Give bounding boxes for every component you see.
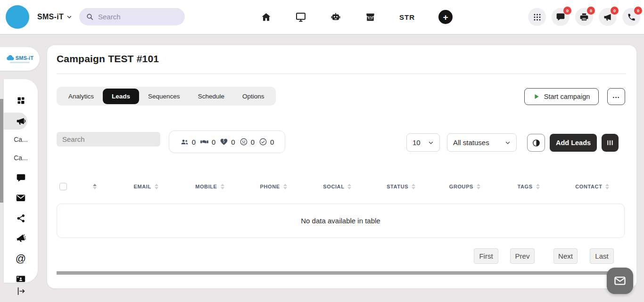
tab-analytics[interactable]: Analytics xyxy=(59,89,103,104)
logo-tagline xyxy=(10,62,30,63)
column-status[interactable]: STATUS xyxy=(369,184,433,189)
campaign-panel: Campaign TEST #101 Analytics Leads Seque… xyxy=(47,45,636,288)
sidebar-item-campaign-link-2[interactable]: Ca... xyxy=(4,148,38,167)
columns-toggle-button[interactable] xyxy=(602,134,619,152)
at-icon: @ xyxy=(16,253,26,264)
status-filter-select[interactable]: All statuses xyxy=(447,133,517,152)
avatar[interactable] xyxy=(6,5,29,29)
campaign-tabs: Analytics Leads Sequences Schedule Optio… xyxy=(57,87,276,106)
horizontal-scrollbar-thumb[interactable] xyxy=(57,271,627,275)
megaphone-icon xyxy=(16,116,26,126)
column-contact[interactable]: CONTACT xyxy=(561,184,624,189)
table-header: EMAIL MOBILE PHONE SOCIAL STATUS GROUPS … xyxy=(55,179,624,195)
column-mobile[interactable]: MOBILE xyxy=(178,184,241,189)
str-label[interactable]: STR xyxy=(399,13,415,21)
start-campaign-label: Start campaign xyxy=(544,93,590,100)
contact-card-icon xyxy=(16,274,26,284)
store-icon[interactable] xyxy=(365,12,376,23)
workspace-switcher[interactable]: SMS-iT xyxy=(37,0,72,34)
search-icon xyxy=(86,13,94,21)
robot-icon[interactable] xyxy=(330,11,341,23)
start-campaign-button[interactable]: Start campaign xyxy=(524,88,599,105)
leads-search-input[interactable] xyxy=(57,132,160,147)
pagination-first-button[interactable]: First xyxy=(474,248,498,264)
global-search-input[interactable] xyxy=(98,13,169,21)
truncated-label: Ca... xyxy=(14,136,28,143)
stat-completed: 0 xyxy=(259,138,274,146)
tab-options[interactable]: Options xyxy=(233,89,273,104)
contrast-toggle-button[interactable] xyxy=(527,134,545,152)
sad-face-icon xyxy=(239,138,248,146)
column-social[interactable]: SOCIAL xyxy=(305,184,369,189)
broadcast-badge: 0 xyxy=(611,7,619,15)
plus-icon: + xyxy=(443,13,448,22)
sort-icon xyxy=(536,184,540,189)
pagination-next-button[interactable]: Next xyxy=(553,248,578,264)
dashboard-icon xyxy=(16,96,26,106)
check-circle-icon xyxy=(259,138,267,146)
pagination-last-button[interactable]: Last xyxy=(590,248,614,264)
sidebar-item-share[interactable] xyxy=(4,209,38,228)
pagination-prev-button[interactable]: Prev xyxy=(510,248,535,264)
sidebar-nav: Ca... Ca... @ xyxy=(4,79,38,283)
select-all-checkbox[interactable] xyxy=(59,183,67,190)
fax-badge: 0 xyxy=(587,7,595,15)
tab-leads[interactable]: Leads xyxy=(103,89,139,104)
truncated-label: Ca... xyxy=(14,154,28,162)
column-groups[interactable]: GROUPS xyxy=(433,184,496,189)
add-new-button[interactable]: + xyxy=(438,10,453,24)
home-icon[interactable] xyxy=(261,12,272,23)
contrast-icon xyxy=(532,139,541,147)
sort-icon xyxy=(347,184,351,189)
sidebar-item-campaigns[interactable] xyxy=(4,112,38,131)
stat-total-leads: 0 xyxy=(180,138,196,147)
sidebar-item-mail[interactable] xyxy=(4,188,38,207)
tab-schedule[interactable]: Schedule xyxy=(189,89,233,104)
stat-deals: 0 xyxy=(200,138,215,147)
fax-notifications-icon[interactable]: 0 xyxy=(575,8,593,26)
share-icon xyxy=(16,213,26,223)
monitor-icon[interactable] xyxy=(295,11,306,23)
tab-sequences[interactable]: Sequences xyxy=(139,89,189,104)
top-center-nav: STR + xyxy=(261,0,453,34)
sidebar-logo-text: SMS-iT xyxy=(16,55,33,61)
calls-badge: 0 xyxy=(634,7,642,15)
sort-icon xyxy=(155,184,158,189)
page-size-select[interactable]: 10 xyxy=(406,133,440,152)
brand-label: SMS-iT xyxy=(37,13,64,21)
columns-icon xyxy=(606,139,614,147)
sidebar-scrollbar[interactable] xyxy=(0,99,3,203)
global-search[interactable] xyxy=(79,8,185,25)
handshake-icon xyxy=(200,138,209,147)
sidebar-item-promotions[interactable] xyxy=(4,229,38,248)
horizontal-scrollbar-track xyxy=(56,271,628,276)
broadcast-notifications-icon[interactable]: 0 xyxy=(599,8,617,26)
column-sort-control[interactable] xyxy=(72,184,114,189)
sidebar-logo[interactable]: SMS-iT xyxy=(0,47,40,71)
sort-icon xyxy=(221,184,224,189)
sidebar-item-mentions[interactable]: @ xyxy=(4,249,38,268)
chevron-down-icon xyxy=(66,14,72,20)
sidebar-item-campaign-link-1[interactable]: Ca... xyxy=(4,130,38,149)
messenger-launcher[interactable] xyxy=(607,268,633,294)
sidebar-item-contacts[interactable] xyxy=(4,269,38,288)
people-icon xyxy=(180,138,189,147)
sidebar-item-dashboard[interactable] xyxy=(4,91,38,110)
column-email[interactable]: EMAIL xyxy=(114,184,178,189)
lead-stats: 0 0 0 0 0 xyxy=(169,131,285,153)
sidebar-item-chat[interactable] xyxy=(4,168,38,187)
apps-grid-icon[interactable] xyxy=(528,8,546,26)
title-divider xyxy=(57,73,626,74)
sort-icon xyxy=(477,184,480,189)
column-phone[interactable]: PHONE xyxy=(242,184,305,189)
add-leads-button[interactable]: Add Leads xyxy=(550,134,597,152)
page-title: Campaign TEST #101 xyxy=(57,53,159,65)
more-options-button[interactable]: ... xyxy=(607,88,625,105)
empty-table-message: No data available in table xyxy=(57,204,625,238)
chat-notifications-icon[interactable]: 0 xyxy=(552,8,570,26)
promo-megaphone-icon xyxy=(16,233,26,244)
column-tags[interactable]: TAGS xyxy=(497,184,561,189)
phone-notifications-icon[interactable]: 0 xyxy=(622,8,640,26)
stat-lost: 0 xyxy=(220,138,235,146)
expand-sidebar-icon[interactable] xyxy=(16,286,27,297)
